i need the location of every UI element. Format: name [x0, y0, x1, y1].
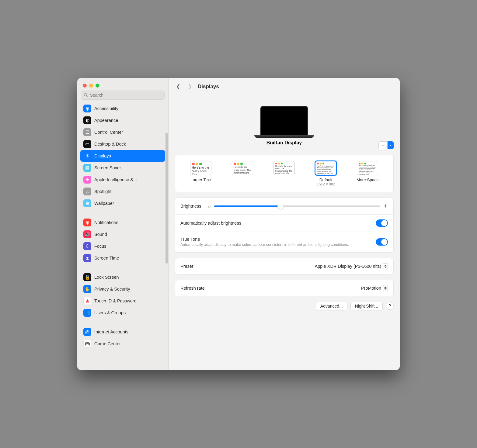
preset-value: Apple XDR Display (P3-1600 nits) [315, 264, 381, 269]
toolbar: Displays [169, 78, 400, 95]
add-display-button[interactable]: + [378, 141, 388, 149]
help-button[interactable]: ? [386, 302, 394, 310]
resolution-thumb: Here's to the crazy ones. The troublemak… [315, 161, 336, 175]
refresh-select[interactable]: ProMotion [361, 285, 388, 291]
sidebar-item-label: Control Center [94, 130, 123, 135]
sidebar-item-game-center[interactable]: 🎮Game Center [80, 338, 165, 350]
auto-brightness-toggle[interactable] [376, 219, 388, 227]
sidebar-item-screen-saver[interactable]: ▦Screen Saver [80, 162, 165, 174]
stepper-icon [383, 263, 388, 269]
sidebar-item-label: Users & Groups [94, 310, 126, 315]
half-circle-icon: ◐ [83, 116, 91, 124]
display-preview: Built-in Display + [175, 95, 394, 149]
person-arms-icon: ◉ [83, 105, 91, 112]
sidebar-item-focus[interactable]: ☾Focus [80, 240, 165, 252]
display-name: Built-in Display [175, 140, 394, 146]
sidebar-item-lock-screen[interactable]: 🔒Lock Screen [80, 271, 165, 283]
advanced-button[interactable]: Advanced... [316, 302, 347, 310]
sidebar-item-label: Wallpaper [94, 201, 114, 206]
sidebar-item-privacy-security[interactable]: ✋Privacy & Security [80, 283, 165, 295]
sun-icon: ☀ [83, 152, 91, 160]
search-icon [84, 93, 88, 98]
search-field[interactable] [81, 91, 165, 100]
sparkle-icon: ✦ [83, 176, 91, 184]
add-display-control: + [378, 141, 394, 149]
settings-window: ◉Accessibility◐Appearance☰Control Center… [77, 78, 400, 370]
sidebar-item-desktop-dock[interactable]: ▭Desktop & Dock [80, 138, 165, 150]
resolution-thumb: Here's to the crazy ones. The troublemak… [273, 161, 295, 175]
sidebar-item-label: Touch ID & Password [94, 298, 137, 303]
resolution-option-0[interactable]: Here's to the crazy ones. The troublemak… [183, 161, 219, 182]
people-icon: 👥 [83, 309, 91, 317]
preset-select[interactable]: Apple XDR Display (P3-1600 nits) [315, 263, 388, 269]
brightness-track[interactable] [214, 205, 380, 207]
forward-button[interactable] [186, 83, 193, 90]
sidebar-item-displays[interactable]: ☀Displays [80, 150, 165, 162]
brightness-slider[interactable]: ☼ ☀ [207, 203, 388, 209]
sidebar-item-label: Lock Screen [94, 275, 119, 280]
minimize-window-button[interactable] [89, 84, 93, 88]
sidebar-nav: ◉Accessibility◐Appearance☰Control Center… [77, 103, 168, 370]
sidebar-item-screen-time[interactable]: ⧗Screen Time [80, 252, 165, 264]
sidebar-item-internet-accounts[interactable]: @Internet Accounts [80, 326, 165, 338]
resolution-option-2[interactable]: Here's to the crazy ones. The troublemak… [266, 161, 302, 182]
preset-panel: Preset Apple XDR Display (P3-1600 nits) [175, 258, 394, 274]
sidebar-item-label: Screen Time [94, 256, 119, 260]
window-controls [77, 78, 168, 91]
sidebar-item-label: Game Center [94, 341, 121, 346]
hourglass-icon: ⧗ [83, 254, 91, 262]
resolution-option-4[interactable]: Here's to the crazy ones. The troublemak… [350, 161, 385, 182]
brightness-thumb[interactable] [277, 203, 284, 209]
sidebar-item-label: Desktop & Dock [94, 142, 126, 146]
sidebar-item-label: Privacy & Security [94, 287, 130, 291]
speaker-icon: 🔊 [83, 230, 91, 238]
sidebar-item-apple-intelligence-[interactable]: ✦Apple Intelligence &... [80, 174, 165, 185]
add-display-menu[interactable] [388, 141, 394, 149]
maximize-window-button[interactable] [96, 84, 99, 88]
refresh-label: Refresh rate [180, 286, 205, 291]
true-tone-toggle[interactable] [376, 238, 388, 246]
fingerprint-icon: ◉ [83, 297, 91, 305]
sidebar: ◉Accessibility◐Appearance☰Control Center… [77, 78, 169, 370]
sidebar-item-label: Focus [94, 244, 106, 249]
night-shift-button[interactable]: Night Shift... [350, 302, 383, 310]
sidebar-item-label: Displays [94, 153, 111, 158]
search-input[interactable] [90, 93, 162, 98]
page-title: Displays [198, 84, 219, 90]
true-tone-description: Automatically adapt display to make colo… [180, 242, 351, 247]
sidebar-item-label: Internet Accounts [94, 329, 128, 334]
resolution-option-3[interactable]: Here's to the crazy ones. The troublemak… [308, 161, 344, 186]
chevron-down-icon [389, 144, 392, 147]
auto-brightness-label: Automatically adjust brightness [180, 221, 241, 226]
sidebar-item-users-groups[interactable]: 👥Users & Groups [80, 307, 165, 319]
sidebar-item-spotlight[interactable]: ⌕Spotlight [80, 186, 165, 197]
sidebar-item-label: Screen Saver [94, 165, 121, 170]
resolution-label: Larger Text [183, 177, 219, 182]
sun-high-icon: ☀ [383, 203, 388, 209]
sidebar-item-accessibility[interactable]: ◉Accessibility [80, 103, 165, 114]
sidebar-item-label: Spotlight [94, 189, 111, 194]
hand-icon: ✋ [83, 285, 91, 293]
window-icon: ▭ [83, 140, 91, 148]
sidebar-item-appearance[interactable]: ◐Appearance [80, 115, 165, 126]
photo-icon: ▦ [83, 164, 91, 172]
close-window-button[interactable] [83, 84, 87, 88]
sidebar-item-control-center[interactable]: ☰Control Center [80, 126, 165, 138]
preset-label: Preset [180, 264, 193, 269]
sidebar-item-touch-id-password[interactable]: ◉Touch ID & Password [80, 295, 165, 307]
back-button[interactable] [175, 83, 182, 90]
sidebar-item-wallpaper[interactable]: ❀Wallpaper [80, 198, 165, 209]
sidebar-item-label: Accessibility [94, 106, 118, 111]
sliders-icon: ☰ [83, 128, 91, 136]
sidebar-item-notifications[interactable]: ◉Notifications [80, 217, 165, 228]
resolution-option-1[interactable]: Here's to the crazy ones. The troublemak… [225, 161, 260, 182]
bell-icon: ◉ [83, 219, 91, 226]
at-icon: @ [83, 328, 91, 336]
sidebar-item-sound[interactable]: 🔊Sound [80, 229, 165, 240]
flower-icon: ❀ [83, 199, 91, 207]
true-tone-label: True Tone [180, 237, 370, 242]
footer-buttons: Advanced... Night Shift... ? [175, 302, 394, 310]
magnifier-icon: ⌕ [83, 188, 91, 195]
sidebar-scrollbar[interactable] [165, 133, 168, 264]
sidebar-item-label: Appearance [94, 118, 118, 123]
